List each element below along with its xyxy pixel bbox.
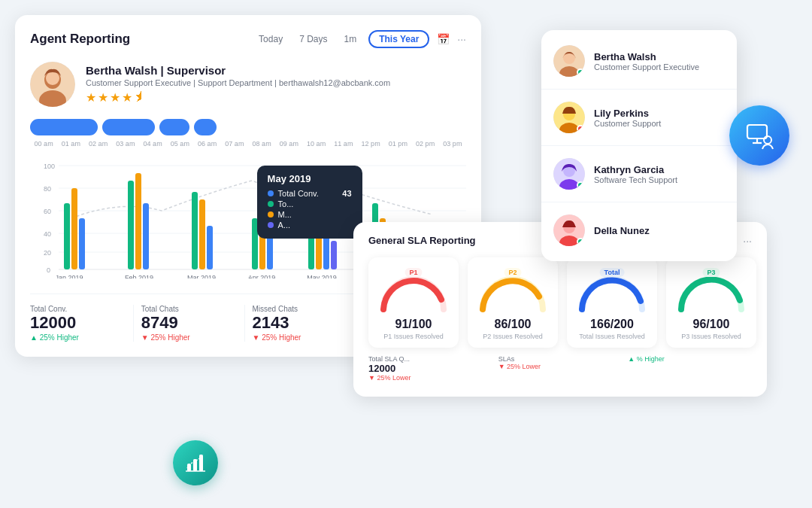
avatar-bertha (553, 45, 585, 77)
tooltip-title: May 2019 (268, 173, 352, 184)
agent-details: Bertha Walsh | Supervisor Customer Suppo… (86, 64, 390, 105)
float-monitor-person-button[interactable] (729, 105, 789, 166)
tl-01am: 01 am (57, 140, 84, 148)
dropdown-info-lily: Lily Perkins Customer Support (594, 108, 661, 128)
tl-10am: 10 am (303, 140, 330, 148)
sla-more-icon[interactable]: ··· (743, 235, 752, 247)
tl-12pm: 12 pm (357, 140, 384, 148)
gauge-sub-p1: P1 Issues Resolved (383, 333, 444, 340)
dropdown-info-bertha: Bertha Walsh Customer Support Executive (594, 51, 699, 71)
dropdown-item-kathryn[interactable]: Kathryn Garcia Software Tech Support (541, 149, 737, 199)
nav-this-year[interactable]: This Year (368, 30, 429, 48)
sla-stat-change-1: ▼ 25% Lower (368, 374, 411, 382)
gauge-badge-p2: P2 (504, 268, 521, 277)
sla-stat-label-1: Total SLA Q... (368, 355, 410, 363)
svg-text:May 2019: May 2019 (307, 274, 337, 278)
stat-total-chats: Total Chats 8749 ▼ 25% Higher (134, 305, 245, 342)
agent-info: Bertha Walsh | Supervisor Customer Suppo… (30, 62, 466, 107)
svg-point-3 (46, 71, 59, 85)
svg-rect-17 (71, 188, 77, 269)
agent-stars: ★ ★ ★ ★ ⯨ (86, 90, 390, 105)
gauge-wrapper-total: Total (574, 268, 650, 313)
gauge-total: Total 166/200 Total Issues Resolved (567, 257, 657, 348)
star-4: ★ (122, 90, 132, 105)
dropdown-name-della: Della Nunez (594, 225, 650, 236)
gauge-wrapper-p1: P1 (376, 268, 451, 313)
tl-03am: 03 am (112, 140, 139, 148)
status-dot-bertha (577, 68, 584, 76)
agent-meta: Customer Support Executive | Support Dep… (86, 78, 390, 87)
tl-03pm: 03 pm (439, 140, 466, 148)
calendar-icon[interactable]: 📅 (437, 33, 450, 45)
svg-text:Mar 2019: Mar 2019 (187, 274, 216, 278)
sla-title: General SLA Reporting (368, 235, 476, 246)
gauge-sub-p3: P3 Issues Resolved (681, 333, 741, 340)
gauge-wrapper-p3: P3 (674, 268, 749, 313)
svg-rect-27 (267, 233, 273, 269)
tl-06am: 06 am (194, 140, 221, 148)
gauge-badge-p3: P3 (702, 268, 720, 277)
timeline-pill-2 (102, 119, 155, 135)
timeline-labels: 00 am 01 am 02 am 03 am 04 am 05 am 06 a… (30, 140, 466, 148)
star-1: ★ (86, 90, 96, 105)
gauge-sub-total: Total Issues Resolved (579, 333, 645, 340)
sla-stat-label-2: SLAs (498, 355, 515, 363)
tooltip-label-2: To... (278, 199, 294, 208)
svg-text:100: 100 (44, 163, 55, 170)
tooltip-row-4: A... (268, 221, 352, 230)
sla-stat-3: ▲ % Higher (628, 355, 752, 382)
tooltip-row-1: Total Conv. 43 (268, 189, 352, 198)
tooltip-value-1: 43 (342, 189, 351, 198)
dropdown-divider-3 (541, 202, 737, 202)
gauges-row: P1 91/100 P1 Issues Resolved P2 86/100 P… (368, 257, 752, 348)
tooltip-label-1: Total Conv. (278, 189, 319, 198)
status-dot-kathryn (577, 181, 584, 189)
timeline-pill-1 (30, 119, 98, 135)
gauge-badge-p1: P1 (404, 268, 422, 277)
nav-today[interactable]: Today (254, 32, 287, 46)
dropdown-item-bertha[interactable]: Bertha Walsh Customer Support Executive (541, 36, 737, 86)
gauge-badge-total: Total (600, 268, 625, 277)
sla-stat-2: SLAs ▼ 25% Lower (498, 355, 623, 382)
tooltip-row-3: M... (268, 210, 352, 219)
stat-total-conv: Total Conv. 12000 ▲ 25% Higher (30, 305, 134, 342)
nav-1m[interactable]: 1m (340, 32, 362, 46)
more-icon[interactable]: ··· (457, 33, 466, 45)
float-chart-button[interactable] (173, 440, 218, 485)
sla-bottom-stats: Total SLA Q... 12000 ▼ 25% Lower SLAs ▼ … (368, 355, 752, 382)
dropdown-item-lily[interactable]: Lily Perkins Customer Support (541, 93, 737, 142)
tooltip-dot-blue (268, 190, 274, 196)
tl-09am: 09 am (275, 140, 302, 148)
avatar-della (553, 214, 585, 246)
tl-00am: 00 am (30, 140, 57, 148)
tooltip-dot-purple (268, 222, 274, 228)
tooltip-label-3: M... (278, 210, 292, 219)
tl-07am: 07 am (221, 140, 248, 148)
svg-rect-24 (207, 226, 213, 269)
dropdown-divider-2 (541, 145, 737, 146)
stat-change-2: ▼ 25% Higher (141, 333, 237, 342)
stat-change-1: ▲ 25% Higher (30, 333, 126, 342)
svg-text:0: 0 (47, 266, 50, 274)
svg-rect-20 (135, 173, 141, 269)
dropdown-info-della: Della Nunez (594, 225, 650, 236)
status-dot-lily (577, 125, 584, 132)
tooltip-label-4: A... (278, 221, 291, 230)
gauge-sub-p2: P2 Issues Resolved (483, 333, 543, 340)
sla-stat-change-2: ▼ 25% Lower (498, 363, 541, 370)
stat-missed-chats: Missed Chats 2143 ▼ 25% Higher (245, 305, 356, 342)
svg-text:20: 20 (44, 249, 51, 257)
svg-rect-19 (128, 181, 134, 269)
svg-rect-22 (192, 192, 198, 269)
svg-text:40: 40 (44, 230, 51, 238)
dropdown-name-kathryn: Kathryn Garcia (594, 164, 677, 175)
gauge-value-p2: 86/100 (495, 318, 532, 331)
header-nav: Today 7 Days 1m This Year 📅 ··· (254, 30, 466, 48)
dropdown-item-della[interactable]: Della Nunez (541, 205, 737, 255)
tl-05am: 05 am (166, 140, 193, 148)
nav-7days[interactable]: 7 Days (295, 32, 332, 46)
avatar-kathryn (553, 158, 585, 190)
svg-point-42 (563, 52, 575, 64)
timeline-section: 00 am 01 am 02 am 03 am 04 am 05 am 06 a… (30, 119, 466, 148)
stat-value-1: 12000 (30, 315, 126, 331)
